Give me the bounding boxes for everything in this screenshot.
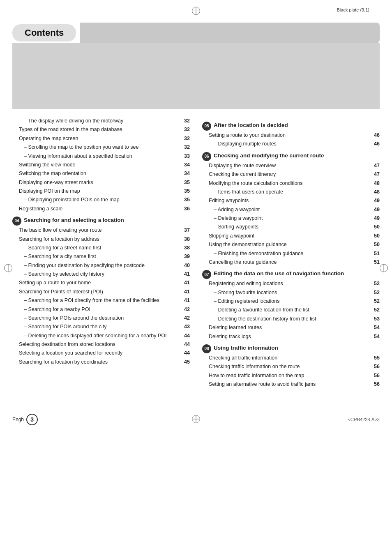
list-item: Displaying POI on the map 35 (19, 187, 190, 195)
list-item: Skipping a waypoint 50 (209, 232, 380, 240)
plate-label: Black plate (3,1) (337, 7, 369, 12)
list-item: – Storing favourite locations 52 (214, 289, 380, 297)
list-item: – The display while driving on the motor… (24, 117, 190, 125)
left-column: – The display while driving on the motor… (12, 117, 190, 389)
right-side-cross (380, 264, 388, 273)
header-bar: Contents (12, 23, 380, 43)
list-item: – Displaying preinstalled POIs on the ma… (24, 196, 190, 204)
list-item: – Searching for POIs around the city 43 (24, 323, 190, 331)
list-item: Checking all traffic information 55 (209, 354, 380, 362)
list-item: – Searching for a street name first 38 (24, 244, 190, 252)
section04-items: The basic flow of creating your route 37… (12, 226, 190, 366)
list-item: Setting up a route to your home 41 (19, 279, 190, 287)
list-item: Searching for a location by coordinates … (19, 358, 190, 366)
list-item: Checking the current itinerary 47 (209, 171, 380, 178)
list-item: – Finding your destination by specifying… (24, 262, 190, 270)
list-item: Types of the road stored in the map data… (19, 126, 190, 134)
list-item: – Deleting the destination history from … (214, 315, 380, 323)
list-item: – Items that users can operate 48 (214, 188, 380, 196)
list-item: – Displaying multiple routes 46 (214, 140, 380, 148)
gray-area (12, 43, 380, 109)
section04-heading: 04 Searching for and selecting a locatio… (12, 216, 190, 226)
list-item: – Searching for POIs around the destinat… (24, 314, 190, 322)
list-item: Searching for a location by address 38 (19, 235, 190, 243)
bottom-area: Engb 3 <CRB4228-A>3 (0, 414, 392, 425)
list-item: Switching the view mode 34 (19, 161, 190, 169)
list-item: – Deleting a favourite location from the… (214, 306, 380, 314)
list-item: – Scrolling the map to the position you … (24, 143, 190, 151)
section05-heading: 05 After the location is decided (202, 121, 380, 131)
list-item: Selecting a location you searched for re… (19, 349, 190, 357)
list-item: – Finishing the demonstration guidance 5… (214, 250, 380, 258)
list-item: – Searching for a city name first 39 (24, 253, 190, 260)
list-item: Searching for Points of Interest (POI) 4… (19, 288, 190, 296)
section07-heading: 07 Editing the data on the use of naviga… (202, 270, 380, 279)
left-side-cross (4, 264, 12, 273)
list-item: – Viewing information about a specified … (24, 152, 190, 160)
list-item: Deleting learned routes 54 (209, 324, 380, 332)
section08-items: Checking all traffic information 55 Chec… (202, 354, 380, 389)
bottom-code: <CRB4228-A>3 (348, 417, 380, 422)
intro-items: – The display while driving on the motor… (12, 117, 190, 213)
top-marks-area: Black plate (3,1) (0, 0, 392, 23)
list-item: Selecting destination from stored locati… (19, 341, 190, 348)
list-item: Registering a scale 36 (19, 205, 190, 213)
main-content: – The display while driving on the motor… (12, 117, 380, 389)
list-item: Operating the map screen 32 (19, 135, 190, 143)
section06-heading: 06 Checking and modifying the current ro… (202, 152, 380, 161)
top-center-cross (192, 7, 200, 15)
list-item: – Deleting a waypoint 49 (214, 214, 380, 222)
list-item: Deleting track logs 54 (209, 333, 380, 341)
list-item: Setting a route to your destination 46 (209, 131, 380, 139)
list-item: Registering and editing locations 52 (209, 280, 380, 288)
list-item: – Adding a waypoint 49 (214, 206, 380, 214)
list-item: Setting an alternative route to avoid tr… (209, 380, 380, 388)
section05-items: Setting a route to your destination 46 –… (202, 131, 380, 148)
list-item: Editing waypoints 49 (209, 197, 380, 205)
list-item: – Sorting waypoints 50 (214, 223, 380, 231)
list-item: Cancelling the route guidance 51 (209, 258, 380, 266)
list-item: How to read traffic information on the m… (209, 372, 380, 380)
list-item: – Deleting the icons displayed after sea… (24, 332, 190, 340)
list-item: Using the demonstration guidance 50 (209, 241, 380, 249)
list-item: Modifying the route calculation conditio… (209, 180, 380, 187)
list-item: – Searching for a nearby POI 42 (24, 306, 190, 313)
contents-title: Contents (12, 24, 76, 41)
engb-label: Engb (12, 417, 24, 422)
engb-badge: Engb 3 (12, 414, 38, 425)
bottom-center-cross (192, 415, 200, 423)
list-item: The basic flow of creating your route 37 (19, 226, 190, 234)
list-item: Switching the map orientation 34 (19, 170, 190, 177)
list-item: Displaying the route overview 47 (209, 162, 380, 170)
section08-heading: 08 Using traffic information (202, 344, 380, 353)
right-column: 05 After the location is decided Setting… (202, 117, 380, 389)
page-number: 3 (26, 414, 38, 425)
list-item: – Searching by selected city history 41 (24, 270, 190, 278)
list-item: Checking traffic information on the rout… (209, 363, 380, 371)
list-item: – Searching for a POI directly from the … (24, 297, 190, 304)
header-right-block (80, 23, 380, 43)
list-item: Displaying one-way street marks 35 (19, 179, 190, 187)
section06-items: Displaying the route overview 47 Checkin… (202, 162, 380, 267)
list-item: – Editing registered locations 52 (214, 297, 380, 305)
section07-items: Registering and editing locations 52 – S… (202, 280, 380, 341)
